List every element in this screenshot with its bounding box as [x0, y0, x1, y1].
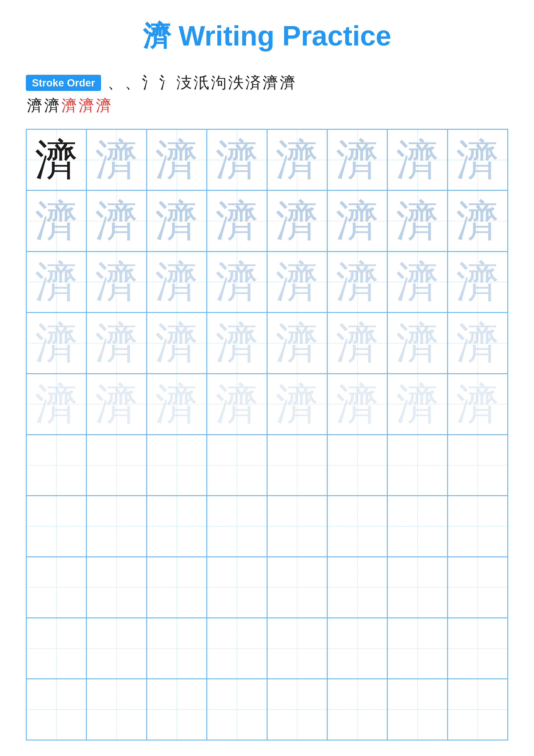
grid-cell[interactable]: 濟: [387, 374, 447, 435]
grid-cell[interactable]: 濟: [327, 190, 387, 251]
grid-cell[interactable]: [147, 496, 207, 557]
grid-cell[interactable]: [267, 618, 327, 679]
grid-cell[interactable]: 濟: [267, 129, 327, 190]
grid-cell[interactable]: [147, 618, 207, 679]
grid-cell[interactable]: 濟: [26, 312, 87, 373]
grid-cell[interactable]: 濟: [387, 190, 447, 251]
grid-cell[interactable]: 濟: [147, 374, 207, 435]
grid-cell[interactable]: 濟: [447, 374, 508, 435]
grid-cell[interactable]: 濟: [87, 312, 146, 373]
grid-cell[interactable]: [147, 679, 207, 740]
grid-cell[interactable]: [207, 435, 267, 496]
grid-cell[interactable]: 濟: [387, 312, 447, 373]
grid-cell[interactable]: [207, 618, 267, 679]
grid-cell[interactable]: [387, 435, 447, 496]
grid-cell[interactable]: [147, 435, 207, 496]
grid-cell[interactable]: [387, 679, 447, 740]
grid-cell[interactable]: [267, 496, 327, 557]
stroke-r2-s2: 濟: [44, 95, 60, 116]
grid-cell[interactable]: [207, 557, 267, 618]
grid-cell[interactable]: [327, 679, 387, 740]
grid-cell[interactable]: 濟: [147, 129, 207, 190]
grid-cell[interactable]: 濟: [207, 190, 267, 251]
grid-cell[interactable]: [267, 679, 327, 740]
grid-cell[interactable]: [147, 557, 207, 618]
grid-cell[interactable]: [447, 496, 508, 557]
grid-cell[interactable]: 濟: [267, 190, 327, 251]
practice-char-ghost: 濟: [95, 260, 138, 304]
grid-cell[interactable]: [327, 435, 387, 496]
grid-cell[interactable]: 濟: [327, 312, 387, 373]
grid-cell[interactable]: [26, 496, 87, 557]
grid-row: [26, 618, 508, 679]
practice-char-ghost: 濟: [396, 322, 439, 364]
practice-char-ghost: 濟: [35, 383, 78, 426]
grid-cell[interactable]: 濟: [207, 312, 267, 373]
grid-cell[interactable]: [207, 679, 267, 740]
practice-char-ghost: 濟: [155, 199, 198, 242]
grid-cell[interactable]: 濟: [26, 374, 87, 435]
grid-cell[interactable]: [327, 557, 387, 618]
grid-cell[interactable]: [327, 496, 387, 557]
grid-cell[interactable]: [387, 557, 447, 618]
grid-cell[interactable]: 濟: [87, 190, 146, 251]
grid-cell[interactable]: [87, 435, 146, 496]
grid-cell[interactable]: 濟: [447, 252, 508, 312]
practice-char-ghost: 濟: [216, 322, 259, 364]
practice-char-ghost: 濟: [35, 138, 78, 181]
grid-cell[interactable]: [267, 435, 327, 496]
grid-cell[interactable]: [87, 496, 146, 557]
practice-char-ghost: 濟: [216, 138, 259, 181]
grid-row: 濟濟濟濟濟濟濟濟: [26, 252, 508, 312]
grid-cell[interactable]: 濟: [447, 312, 508, 373]
stroke-order-row2: 濟 濟 濟 濟 濟: [27, 95, 508, 116]
grid-cell[interactable]: 濟: [327, 129, 387, 190]
grid-cell[interactable]: 濟: [147, 252, 207, 312]
grid-cell[interactable]: 濟: [327, 374, 387, 435]
grid-cell[interactable]: [447, 618, 508, 679]
grid-cell[interactable]: [26, 557, 87, 618]
grid-cell[interactable]: [26, 618, 87, 679]
grid-cell[interactable]: [207, 496, 267, 557]
grid-cell[interactable]: 濟: [387, 129, 447, 190]
practice-char-ghost: 濟: [35, 199, 78, 242]
grid-cell[interactable]: 濟: [26, 252, 87, 312]
grid-cell[interactable]: [387, 618, 447, 679]
practice-char-ghost: 濟: [275, 260, 318, 304]
practice-char-ghost: 濟: [35, 322, 78, 364]
grid-cell[interactable]: 濟: [87, 129, 146, 190]
grid-cell[interactable]: 濟: [26, 129, 87, 190]
grid-cell[interactable]: 濟: [267, 374, 327, 435]
grid-cell[interactable]: 濟: [26, 190, 87, 251]
stroke-s1: 、: [108, 72, 123, 93]
grid-cell[interactable]: [26, 679, 87, 740]
practice-grid: 濟濟濟濟濟濟濟濟濟濟濟濟濟濟濟濟濟濟濟濟濟濟濟濟濟濟濟濟濟濟濟濟濟濟濟濟濟濟濟濟: [26, 129, 508, 741]
grid-cell[interactable]: [447, 557, 508, 618]
grid-cell[interactable]: [447, 435, 508, 496]
grid-cell[interactable]: 濟: [147, 190, 207, 251]
grid-cell[interactable]: [26, 435, 87, 496]
grid-cell[interactable]: 濟: [447, 190, 508, 251]
grid-cell[interactable]: 濟: [87, 252, 146, 312]
grid-cell[interactable]: 濟: [207, 374, 267, 435]
grid-cell[interactable]: 濟: [207, 252, 267, 312]
grid-cell[interactable]: [87, 618, 146, 679]
page: 濟 Writing Practice Stroke Order 、 、 氵 氵 …: [0, 0, 534, 756]
grid-cell[interactable]: 濟: [387, 252, 447, 312]
grid-cell[interactable]: 濟: [267, 312, 327, 373]
practice-char-ghost: 濟: [396, 260, 439, 304]
grid-cell[interactable]: 濟: [327, 252, 387, 312]
grid-cell[interactable]: [447, 679, 508, 740]
grid-cell[interactable]: [87, 679, 146, 740]
title-text: Writing Practice: [171, 20, 391, 51]
grid-cell[interactable]: 濟: [207, 129, 267, 190]
grid-cell[interactable]: 濟: [87, 374, 146, 435]
grid-cell[interactable]: [387, 496, 447, 557]
grid-cell[interactable]: [327, 618, 387, 679]
grid-cell[interactable]: [267, 557, 327, 618]
grid-cell[interactable]: 濟: [267, 252, 327, 312]
stroke-r2-s3: 濟: [62, 95, 77, 116]
grid-cell[interactable]: 濟: [147, 312, 207, 373]
grid-cell[interactable]: 濟: [447, 129, 508, 190]
grid-cell[interactable]: [87, 557, 146, 618]
